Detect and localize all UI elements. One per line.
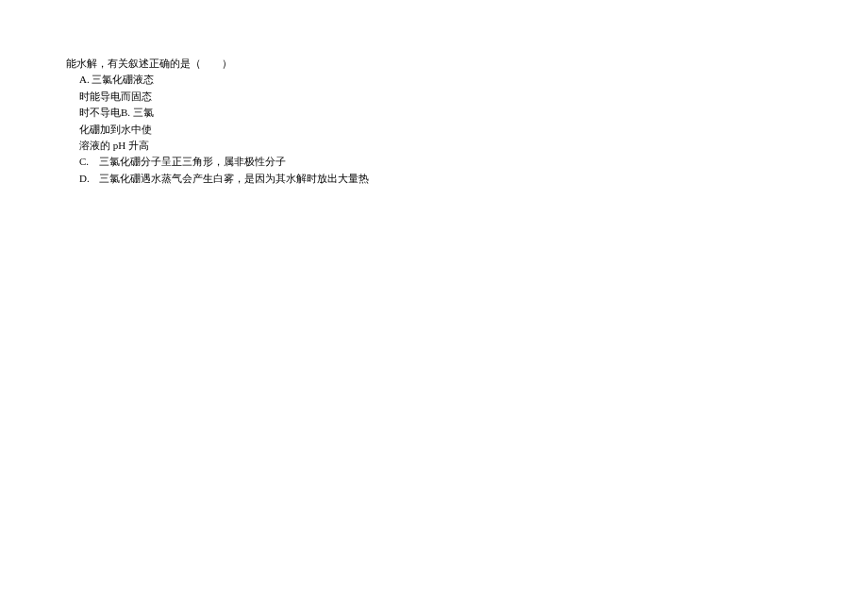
- option-c-label: C.: [79, 156, 89, 167]
- option-ab-line-3: 时不导电B. 三氯: [79, 106, 802, 120]
- option-d: D. 三氯化硼遇水蒸气会产生白雾，是因为其水解时放出大量热: [79, 172, 802, 186]
- question-stem: 能水解，有关叙述正确的是（ ）: [66, 57, 802, 71]
- option-a-line-1: A. 三氯化硼液态: [79, 73, 802, 87]
- option-a-line-2: 时能导电而固态: [79, 90, 802, 104]
- option-c: C. 三氯化硼分子呈正三角形，属非极性分子: [79, 155, 802, 169]
- option-d-label: D.: [79, 173, 90, 184]
- option-b-line-5: 溶液的 pH 升高: [79, 139, 802, 153]
- option-d-text: 三氯化硼遇水蒸气会产生白雾，是因为其水解时放出大量热: [99, 173, 369, 184]
- option-c-text: 三氯化硼分子呈正三角形，属非极性分子: [99, 156, 286, 167]
- option-b-line-4: 化硼加到水中使: [79, 123, 802, 137]
